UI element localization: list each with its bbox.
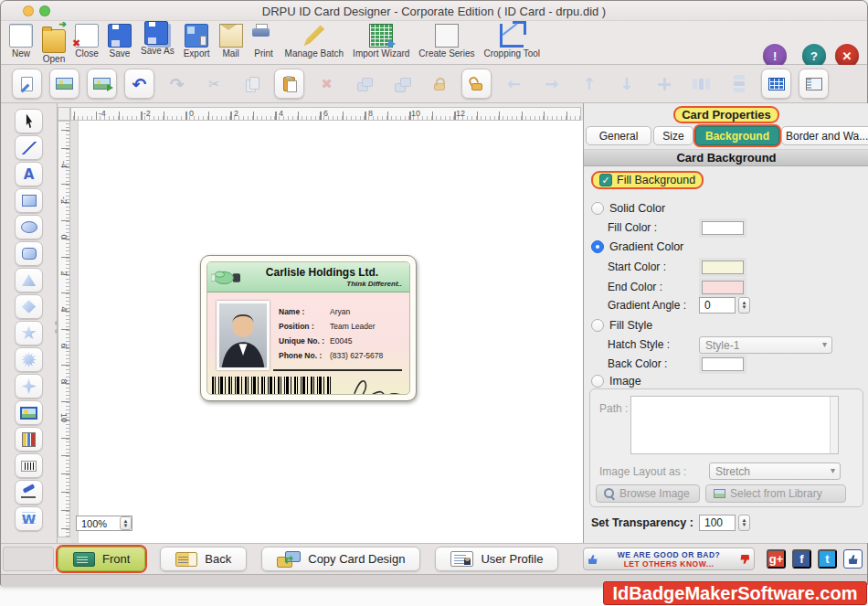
image-path-input[interactable]	[630, 396, 839, 454]
measurement-button[interactable]	[799, 69, 829, 99]
select-from-library-button[interactable]: Select from Library	[705, 484, 846, 503]
transparency-input[interactable]: 100	[699, 515, 736, 531]
front-button[interactable]: Front	[58, 547, 145, 571]
signature-tool[interactable]	[15, 480, 43, 505]
path-scrollbar[interactable]	[830, 397, 838, 453]
triangle-tool[interactable]	[15, 268, 43, 292]
browse-image-button[interactable]: Browse Image	[596, 484, 700, 503]
like-icon[interactable]	[843, 549, 863, 569]
create-series-button[interactable]: Create Series	[414, 23, 479, 65]
four-point-star-tool[interactable]	[15, 374, 43, 399]
rectangle-tool[interactable]	[15, 188, 43, 213]
unlock-button[interactable]	[461, 69, 492, 99]
tab-general[interactable]: General	[586, 126, 651, 145]
signature	[351, 374, 404, 395]
back-button[interactable]: Back	[160, 547, 247, 571]
user-profile-button[interactable]: User Profile	[435, 547, 558, 571]
spreadv-icon	[734, 81, 745, 86]
line-tool[interactable]	[15, 135, 43, 160]
gradient-angle-input[interactable]: 0	[699, 297, 736, 314]
cropping-tool-button[interactable]: Cropping Tool	[479, 23, 545, 65]
pointer-tool[interactable]	[15, 109, 43, 133]
undo-button[interactable]: ↶	[124, 69, 154, 99]
burst-tool[interactable]	[15, 347, 43, 372]
spreadh-icon	[699, 79, 704, 90]
align-vertical-button[interactable]	[724, 69, 754, 99]
back-color-row: Back Color :	[591, 356, 862, 374]
feedback-banner[interactable]: WE ARE GOOD OR BAD? LET OTHERS KNOW...	[583, 548, 755, 570]
save-button[interactable]: Save	[103, 23, 136, 65]
fill-style-radio[interactable]	[591, 319, 604, 332]
lock-button[interactable]	[424, 69, 454, 99]
id-card-preview[interactable]: Carlisle Holdings Ltd. Think Different..	[200, 255, 417, 401]
star-tool[interactable]	[15, 321, 43, 346]
diamond-icon	[22, 300, 37, 314]
transparency-stepper[interactable]: ▲▼	[738, 515, 750, 531]
open-button[interactable]: Open	[37, 23, 70, 65]
image-tool[interactable]	[15, 400, 43, 425]
image-layout-dropdown[interactable]: Stretch	[709, 462, 841, 480]
fill-color-swatch[interactable]	[702, 221, 744, 235]
gradient-angle-stepper[interactable]: ▲▼	[738, 297, 750, 314]
fill-background-checkbox[interactable]: ✓	[599, 174, 612, 186]
move-up-button[interactable]: ↑	[574, 69, 604, 99]
watermark-tool[interactable]: W	[15, 506, 43, 531]
diamond-tool[interactable]	[15, 294, 43, 319]
zoom-control[interactable]: 100% ▲▼	[76, 516, 132, 531]
notes-button[interactable]	[12, 69, 42, 99]
import-wizard-button[interactable]: Import Wizard	[348, 23, 414, 65]
hatch-style-dropdown[interactable]: Style-1	[699, 336, 832, 354]
copy-card-design-button[interactable]: ⇄ Copy Card Design	[261, 547, 420, 571]
rounded-rectangle-tool[interactable]	[15, 241, 43, 266]
fill-style-row: Fill Style	[591, 317, 862, 335]
aup-icon: ↑	[582, 74, 596, 93]
library-icon	[22, 432, 36, 447]
grid-button[interactable]	[761, 69, 791, 99]
paste-button[interactable]	[274, 69, 304, 99]
cut-button[interactable]: ✂	[199, 69, 229, 99]
ungroup-button[interactable]	[386, 69, 417, 99]
gradient-color-radio[interactable]	[591, 240, 604, 253]
facebook-icon[interactable]: f	[792, 549, 811, 569]
move-right-button[interactable]: →	[536, 69, 566, 99]
group-button[interactable]	[349, 69, 379, 99]
align-horizontal-button[interactable]	[686, 69, 716, 99]
card-field-row: Unique No. : E0045	[279, 334, 406, 348]
redo-button[interactable]: ↷	[162, 69, 192, 99]
design-canvas[interactable]: -4-2024681012 -4-20246810 Carlisle Holdi…	[58, 103, 583, 543]
start-color-swatch[interactable]	[702, 260, 744, 274]
back-color-swatch[interactable]	[702, 357, 744, 371]
library-tool[interactable]	[15, 427, 43, 452]
image-radio[interactable]	[591, 375, 604, 388]
image-properties-button[interactable]	[49, 69, 79, 99]
zoom-stepper[interactable]: ▲▼	[120, 516, 132, 530]
save-as-button[interactable]: Save As	[136, 23, 179, 65]
adn-icon: ↓	[619, 74, 633, 93]
star-icon	[21, 326, 37, 341]
tab-border[interactable]: Border and Wa...	[781, 126, 868, 145]
export-image-button[interactable]	[87, 69, 117, 99]
twitter-icon[interactable]: t	[818, 549, 837, 569]
end-color-swatch[interactable]	[702, 281, 744, 294]
center-object-button[interactable]	[649, 69, 679, 99]
print-button[interactable]: Print	[248, 23, 281, 65]
manage-batch-button[interactable]: Manage Batch	[281, 23, 349, 65]
move-left-button[interactable]: ←	[499, 69, 529, 99]
barcode-tool[interactable]	[15, 453, 43, 478]
export-button[interactable]: Export	[179, 23, 215, 65]
copy-button[interactable]	[237, 69, 267, 99]
card-header: Carlisle Holdings Ltd. Think Different..	[207, 262, 409, 292]
solid-color-radio[interactable]	[591, 202, 604, 215]
googleplus-icon[interactable]: g+	[767, 549, 786, 569]
delete-button[interactable]: ✖	[312, 69, 342, 99]
tab-size[interactable]: Size	[653, 126, 693, 145]
hatch-style-row: Hatch Style : Style-1	[591, 336, 862, 355]
close-button[interactable]: Close	[70, 23, 103, 65]
tab-background[interactable]: Background	[695, 126, 779, 145]
end-color-row: End Color :	[591, 279, 862, 297]
text-tool[interactable]: A	[15, 162, 43, 186]
move-down-button[interactable]: ↓	[611, 69, 641, 99]
mail-button[interactable]: Mail	[215, 23, 248, 65]
new-button[interactable]: New	[5, 23, 37, 65]
ellipse-tool[interactable]	[15, 215, 43, 239]
